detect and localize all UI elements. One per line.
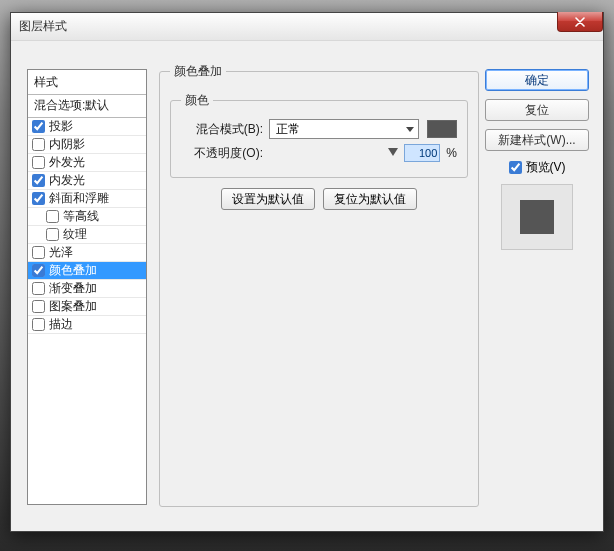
close-button[interactable] [557,12,603,32]
style-label: 斜面和浮雕 [49,190,109,207]
style-row[interactable]: 颜色叠加 [28,262,146,280]
set-default-button[interactable]: 设置为默认值 [221,188,315,210]
style-label: 投影 [49,118,73,135]
style-label: 内发光 [49,172,85,189]
window-title: 图层样式 [19,18,67,35]
style-checkbox[interactable] [46,210,59,223]
style-checkbox[interactable] [32,246,45,259]
color-group: 颜色 混合模式(B): 正常 不透明度(O): [170,92,468,178]
style-label: 渐变叠加 [49,280,97,297]
style-label: 等高线 [63,208,99,225]
style-checkbox[interactable] [32,138,45,151]
cancel-button[interactable]: 复位 [485,99,589,121]
chevron-down-icon [406,127,414,132]
style-row[interactable]: 内发光 [28,172,146,190]
style-checkbox[interactable] [32,192,45,205]
style-label: 图案叠加 [49,298,97,315]
style-checkbox[interactable] [32,300,45,313]
slider-thumb-icon[interactable] [388,148,398,156]
style-row[interactable]: 投影 [28,118,146,136]
ok-button[interactable]: 确定 [485,69,589,91]
blend-mode-row: 混合模式(B): 正常 [181,117,457,141]
style-checkbox[interactable] [46,228,59,241]
color-overlay-legend: 颜色叠加 [170,63,226,80]
style-checkbox[interactable] [32,282,45,295]
close-icon [575,17,585,27]
style-checkbox[interactable] [32,174,45,187]
style-checkbox[interactable] [32,156,45,169]
style-checkbox[interactable] [32,120,45,133]
opacity-input[interactable] [404,144,440,162]
styles-header: 样式 [28,72,146,94]
preview-box [501,184,573,250]
style-label: 颜色叠加 [49,262,97,279]
style-row[interactable]: 渐变叠加 [28,280,146,298]
reset-default-button[interactable]: 复位为默认值 [323,188,417,210]
style-row[interactable]: 光泽 [28,244,146,262]
style-row[interactable]: 纹理 [28,226,146,244]
style-row[interactable]: 描边 [28,316,146,334]
preview-swatch [520,200,554,234]
new-style-button[interactable]: 新建样式(W)... [485,129,589,151]
layer-style-dialog: 图层样式 样式 混合选项:默认 投影内阴影外发光内发光斜面和浮雕等高线纹理光泽颜… [10,12,604,532]
color-legend: 颜色 [181,92,213,109]
style-row[interactable]: 图案叠加 [28,298,146,316]
settings-panel: 颜色叠加 颜色 混合模式(B): 正常 不透明度(O): [159,63,479,507]
style-label: 光泽 [49,244,73,261]
blend-mode-value: 正常 [276,121,300,138]
style-label: 内阴影 [49,136,85,153]
color-overlay-group: 颜色叠加 颜色 混合模式(B): 正常 不透明度(O): [159,63,479,507]
style-row[interactable]: 外发光 [28,154,146,172]
style-checkbox[interactable] [32,264,45,277]
titlebar[interactable]: 图层样式 [11,13,603,41]
style-row[interactable]: 斜面和浮雕 [28,190,146,208]
style-row[interactable]: 内阴影 [28,136,146,154]
style-checkbox[interactable] [32,318,45,331]
preview-toggle[interactable]: 预览(V) [485,159,589,176]
preview-label: 预览(V) [526,159,566,176]
color-swatch-button[interactable] [427,120,457,138]
blend-mode-select[interactable]: 正常 [269,119,419,139]
default-buttons-row: 设置为默认值 复位为默认值 [170,188,468,210]
blend-mode-label: 混合模式(B): [181,121,263,138]
opacity-row: 不透明度(O): % [181,141,457,165]
style-label: 纹理 [63,226,87,243]
opacity-label: 不透明度(O): [181,145,263,162]
opacity-unit: % [446,146,457,160]
style-row[interactable]: 等高线 [28,208,146,226]
blending-options-row[interactable]: 混合选项:默认 [28,94,146,118]
right-panel: 确定 复位 新建样式(W)... 预览(V) [485,69,589,250]
opacity-slider[interactable] [269,146,398,160]
style-label: 外发光 [49,154,85,171]
style-label: 描边 [49,316,73,333]
preview-checkbox[interactable] [509,161,522,174]
styles-list: 样式 混合选项:默认 投影内阴影外发光内发光斜面和浮雕等高线纹理光泽颜色叠加渐变… [27,69,147,505]
